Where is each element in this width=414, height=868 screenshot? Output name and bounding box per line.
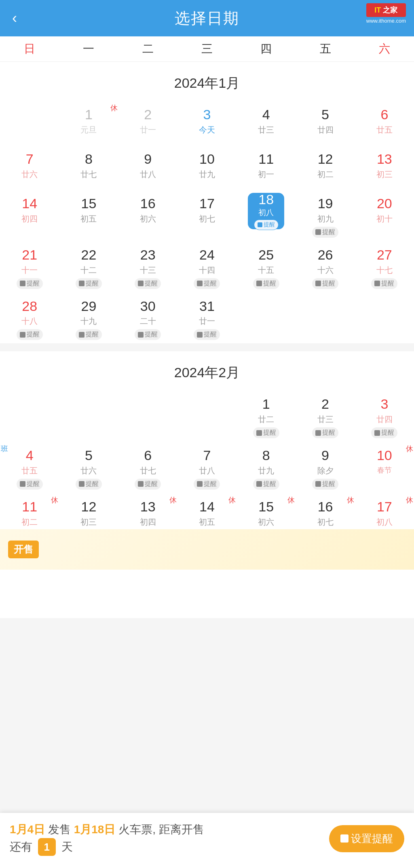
lunar-jan22: 十二: [80, 265, 97, 276]
lunar-feb2: 廿三: [317, 414, 334, 425]
holiday-feb14: 休: [228, 495, 236, 505]
day-cell-feb8[interactable]: 8 廿九 提醒: [237, 441, 296, 493]
day-cell-jan15[interactable]: 15 初五: [59, 190, 118, 241]
notice-days-count: 1: [38, 838, 56, 856]
reminder-icon-feb7: [197, 481, 203, 487]
notice-ticket-date: 1月18日: [74, 823, 116, 836]
lunar-jan25: 十五: [258, 265, 274, 276]
day-cell-jan16[interactable]: 16 初六: [118, 190, 177, 241]
reminder-icon-jan28: [20, 332, 25, 338]
reminder-btn-icon: [340, 834, 349, 843]
day-cell-jan8[interactable]: 8 廿七: [59, 145, 118, 190]
reminder-feb8[interactable]: 提醒: [253, 479, 279, 490]
day-cell-feb6[interactable]: 6 廿七 提醒: [118, 441, 177, 493]
day-cell-feb10[interactable]: 休 10 春节: [355, 441, 414, 493]
day-num-feb8: 8: [262, 447, 270, 464]
reminder-jan30[interactable]: 提醒: [135, 329, 161, 340]
reminder-feb4[interactable]: 提醒: [17, 479, 43, 490]
day-cell-jan24[interactable]: 24 十四 提醒: [177, 241, 237, 292]
day-num-feb12: 12: [81, 498, 97, 515]
reminder-feb3[interactable]: 提醒: [371, 427, 397, 438]
day-num-feb17: 17: [377, 498, 392, 515]
day-num-jan20: 20: [377, 195, 392, 212]
holiday-feb10: 休: [406, 444, 413, 454]
day-cell-feb2[interactable]: 2 廿三 提醒: [296, 390, 355, 441]
february-grid: 1 廿二 提醒 2 廿三 提醒 3 廿四 提醒 班 4 廿五: [0, 390, 414, 537]
reminder-jan24[interactable]: 提醒: [194, 278, 220, 289]
day-cell-feb1[interactable]: 1 廿二 提醒: [237, 390, 296, 441]
day-cell-jan14[interactable]: 14 初四: [0, 190, 59, 241]
reminder-icon-feb9: [315, 481, 321, 487]
day-cell-jan3[interactable]: 3 今天: [177, 101, 237, 145]
day-cell-jan25[interactable]: 25 十五 提醒: [237, 241, 296, 292]
day-cell-jan29[interactable]: 29 十九 提醒: [59, 292, 118, 344]
day-cell-jan18[interactable]: 18 初八 提醒: [237, 190, 296, 241]
day-cell-jan6[interactable]: 6 廿五: [355, 101, 414, 145]
day-cell-jan11[interactable]: 11 初一: [237, 145, 296, 190]
day-num-jan6: 6: [380, 106, 388, 123]
day-cell-feb4[interactable]: 班 4 廿五 提醒: [0, 441, 59, 493]
reminder-feb9[interactable]: 提醒: [312, 479, 338, 490]
day-num-feb2: 2: [321, 396, 329, 412]
lunar-jan8: 廿七: [80, 169, 97, 180]
reminder-jan28[interactable]: 提醒: [17, 329, 43, 340]
reminder-feb2[interactable]: 提醒: [312, 427, 338, 438]
back-button[interactable]: ‹: [12, 10, 17, 27]
day-cell-jan4[interactable]: 4 廿三: [237, 101, 296, 145]
reminder-jan19[interactable]: 提醒: [312, 227, 338, 238]
day-cell-jan31[interactable]: 31 廿一 提醒: [177, 292, 237, 344]
day-cell-jan23[interactable]: 23 十三 提醒: [118, 241, 177, 292]
set-reminder-button[interactable]: 设置提醒: [329, 825, 404, 852]
reminder-feb6[interactable]: 提醒: [135, 479, 161, 490]
reminder-jan29[interactable]: 提醒: [76, 329, 102, 340]
reminder-jan22[interactable]: 提醒: [76, 278, 102, 289]
reminder-jan21[interactable]: 提醒: [17, 278, 43, 289]
day-cell-jan19[interactable]: 19 初九 提醒: [296, 190, 355, 241]
day-cell-jan12[interactable]: 12 初二: [296, 145, 355, 190]
reminder-icon-jan22: [79, 281, 84, 286]
reminder-feb1[interactable]: 提醒: [253, 427, 279, 438]
day-cell-jan5[interactable]: 5 廿四: [296, 101, 355, 145]
reminder-jan18[interactable]: 提醒: [254, 220, 279, 230]
day-cell-jan28[interactable]: 28 十八 提醒: [0, 292, 59, 344]
day-cell-jan2[interactable]: 2 廿一: [118, 101, 177, 145]
day-cell-jan21[interactable]: 21 十一 提醒: [0, 241, 59, 292]
reminder-jan26[interactable]: 提醒: [312, 278, 338, 289]
day-cell-jan7[interactable]: 7 廿六: [0, 145, 59, 190]
reminder-feb7[interactable]: 提醒: [194, 479, 220, 490]
weekday-thu: 四: [237, 41, 296, 57]
day-num-jan25: 25: [258, 247, 274, 263]
holiday-feb16: 休: [347, 495, 354, 505]
reminder-jan27[interactable]: 提醒: [371, 278, 397, 289]
day-cell-jan9[interactable]: 9 廿八: [118, 145, 177, 190]
day-cell-jan20[interactable]: 20 初十: [355, 190, 414, 241]
day-cell-jan10[interactable]: 10 廿九: [177, 145, 237, 190]
lunar-jan1: 元旦: [80, 125, 97, 135]
day-cell-feb9[interactable]: 9 除夕 提醒: [296, 441, 355, 493]
day-num-jan30: 30: [140, 298, 156, 315]
day-cell-feb5[interactable]: 5 廿六 提醒: [59, 441, 118, 493]
lunar-feb11: 初二: [21, 517, 38, 528]
reminder-jan25[interactable]: 提醒: [253, 278, 279, 289]
day-cell-jan27[interactable]: 27 十七 提醒: [355, 241, 414, 292]
day-num-jan10: 10: [199, 151, 215, 167]
lunar-jan14: 初四: [21, 213, 38, 224]
selected-indicator: 18 初八 提醒: [248, 193, 284, 229]
reminder-jan31[interactable]: 提醒: [194, 329, 220, 340]
notice-text1: 发售: [48, 823, 74, 836]
day-cell-jan30[interactable]: 30 二十 提醒: [118, 292, 177, 344]
work-feb4: 班: [1, 444, 8, 454]
day-cell-jan22[interactable]: 22 十二 提醒: [59, 241, 118, 292]
reminder-jan23[interactable]: 提醒: [135, 278, 161, 289]
reminder-feb5[interactable]: 提醒: [76, 479, 102, 490]
deco-area: 开售: [0, 537, 414, 618]
holiday-feb11: 休: [51, 495, 58, 505]
day-cell-jan13[interactable]: 13 初三: [355, 145, 414, 190]
day-cell-jan26[interactable]: 26 十六 提醒: [296, 241, 355, 292]
day-num-jan18: 18: [258, 192, 274, 207]
day-cell-feb7[interactable]: 7 廿八 提醒: [177, 441, 237, 493]
day-num-jan13: 13: [377, 151, 392, 167]
day-cell-jan17[interactable]: 17 初七: [177, 190, 237, 241]
day-cell-feb3[interactable]: 3 廿四 提醒: [355, 390, 414, 441]
day-cell-jan1[interactable]: 休 1 元旦: [59, 101, 118, 145]
